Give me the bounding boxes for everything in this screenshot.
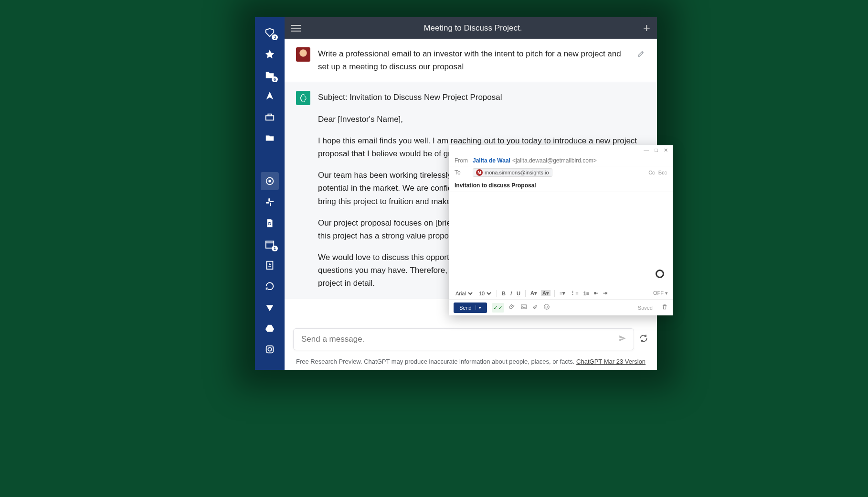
- inbox-badge: 3: [272, 34, 278, 40]
- sidebar-drive[interactable]: [261, 319, 279, 337]
- text-color-button[interactable]: A▾: [529, 290, 538, 296]
- drive-icon: [265, 323, 275, 334]
- to-field[interactable]: To M mona.simmons@insights.io Cc Bcc: [449, 166, 673, 179]
- sidebar-doc[interactable]: D: [261, 214, 279, 232]
- send-label: Send: [459, 305, 472, 311]
- slack-icon: [265, 197, 275, 207]
- indent-button[interactable]: ⇥: [602, 290, 608, 296]
- message-input-box[interactable]: [293, 328, 634, 350]
- sidebar-send[interactable]: [261, 87, 279, 105]
- image-icon: [520, 303, 527, 310]
- window-controls: — □ ✕: [449, 145, 673, 155]
- calendar-badge: 1: [272, 246, 278, 251]
- outdent-button[interactable]: ⇤: [593, 290, 599, 296]
- sidebar-inbox[interactable]: 3: [261, 24, 279, 42]
- from-field: From Jalita de Waal <jalita.dewaal@getma…: [449, 155, 673, 166]
- menu-button[interactable]: [291, 22, 303, 34]
- svg-rect-2: [268, 198, 270, 202]
- font-select[interactable]: Arial: [454, 290, 474, 297]
- svg-rect-5: [270, 201, 274, 202]
- files-icon: [265, 133, 275, 143]
- check-button[interactable]: ✓✓: [492, 303, 504, 313]
- contacts-icon: [265, 260, 275, 270]
- italic-button[interactable]: I: [509, 291, 513, 296]
- format-toolbar: Arial 10 B I U A▾ A▾ ≡▾ ⋮≡ 1≡ ⇤ ⇥ OFF ▾: [449, 287, 673, 299]
- maximize-button[interactable]: □: [655, 147, 658, 153]
- refresh-icon: [265, 281, 275, 292]
- minimize-button[interactable]: —: [644, 147, 649, 153]
- subject-field[interactable]: Invitation to discuss Proposal: [449, 179, 673, 192]
- regenerate-icon: [639, 334, 648, 343]
- discard-button[interactable]: [661, 303, 668, 312]
- footer-link[interactable]: ChatGPT Mar 23 Version: [576, 358, 646, 365]
- svg-point-12: [272, 347, 273, 348]
- from-name[interactable]: Jalita de Waal: [473, 157, 510, 164]
- new-button[interactable]: +: [643, 21, 650, 35]
- align-button[interactable]: ≡▾: [559, 290, 566, 296]
- ai-avatar: [296, 91, 310, 105]
- to-label: To: [455, 169, 473, 176]
- sidebar-nav-down[interactable]: [261, 298, 279, 316]
- send-options[interactable]: ●: [476, 305, 481, 310]
- nav-icon: [265, 302, 275, 313]
- compose-body[interactable]: [449, 192, 673, 287]
- attach-button[interactable]: [509, 303, 516, 312]
- sidebar-slack[interactable]: [261, 193, 279, 211]
- sidebar-instagram[interactable]: [261, 340, 279, 358]
- to-email: mona.simmons@insights.io: [485, 170, 549, 175]
- size-select[interactable]: 10: [477, 290, 493, 297]
- format-off[interactable]: OFF ▾: [653, 290, 668, 296]
- svg-rect-4: [266, 202, 269, 204]
- user-avatar: [296, 47, 310, 62]
- send-button[interactable]: Send ●: [454, 303, 487, 313]
- ai-icon: [299, 94, 307, 102]
- sidebar-contacts[interactable]: [261, 256, 279, 274]
- bold-button[interactable]: B: [501, 291, 507, 296]
- topbar: Meeting to Discuss Project. +: [285, 17, 657, 39]
- edit-message-button[interactable]: [637, 49, 646, 60]
- highlight-button[interactable]: A▾: [541, 290, 550, 296]
- cc-bcc: Cc Bcc: [646, 170, 667, 175]
- ai-p1: Dear [Investor's Name],: [318, 113, 646, 126]
- image-button[interactable]: [520, 303, 527, 312]
- message-input[interactable]: [300, 334, 618, 345]
- underline-button[interactable]: U: [516, 291, 521, 296]
- doc-icon: D: [265, 218, 275, 228]
- folder-badge: 6: [272, 76, 278, 82]
- number-list-button[interactable]: 1≡: [582, 291, 591, 296]
- footer-text: Free Research Preview. ChatGPT may produ…: [296, 358, 576, 365]
- from-email: <jalita.dewaal@getmailbird.com>: [512, 157, 597, 164]
- compose-window: — □ ✕ From Jalita de Waal <jalita.dewaal…: [449, 145, 673, 315]
- emoji-button[interactable]: [543, 303, 550, 312]
- page-title: Meeting to Discuss Project.: [303, 23, 643, 33]
- instagram-icon: [265, 344, 275, 355]
- from-label: From: [455, 157, 473, 164]
- trash-icon: [661, 303, 668, 310]
- sidebar-folder[interactable]: 6: [261, 66, 279, 84]
- sidebar-chatgpt[interactable]: [261, 172, 279, 190]
- edit-icon: [637, 49, 646, 58]
- to-chip[interactable]: M mona.simmons@insights.io: [473, 168, 552, 177]
- link-button[interactable]: [532, 303, 539, 312]
- svg-point-1: [268, 180, 271, 183]
- sidebar-toolbox[interactable]: [261, 108, 279, 126]
- send-message-button[interactable]: [618, 334, 627, 345]
- paperclip-icon: [509, 303, 516, 310]
- sidebar-calendar[interactable]: 1: [261, 235, 279, 253]
- emoji-icon: [543, 303, 550, 310]
- close-button[interactable]: ✕: [664, 147, 668, 153]
- grammarly-icon[interactable]: [656, 270, 664, 278]
- cc-button[interactable]: Cc: [648, 170, 655, 175]
- svg-point-9: [269, 263, 271, 265]
- sidebar-refresh[interactable]: [261, 277, 279, 295]
- user-message-text: Write a professional email to an investo…: [318, 47, 629, 73]
- bcc-button[interactable]: Bcc: [658, 170, 667, 175]
- svg-point-17: [547, 306, 548, 306]
- bullet-list-button[interactable]: ⋮≡: [569, 290, 579, 296]
- regenerate-button[interactable]: [639, 334, 648, 345]
- sidebar-star[interactable]: [261, 45, 279, 63]
- to-avatar: M: [476, 169, 483, 176]
- svg-point-16: [545, 306, 546, 306]
- svg-point-15: [544, 304, 549, 310]
- sidebar-files[interactable]: [261, 129, 279, 147]
